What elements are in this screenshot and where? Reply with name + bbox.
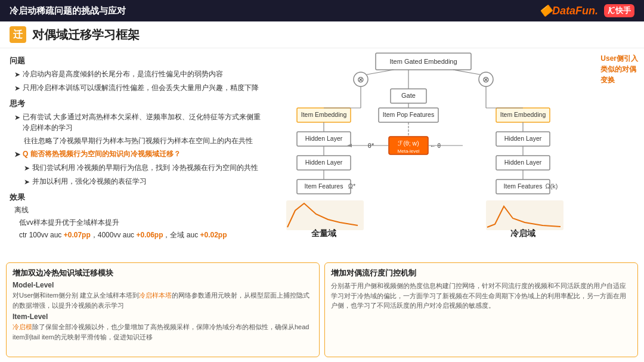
effect-text: 低vv样本提升优于全域样本提升 [10, 218, 265, 228]
section-title: 对偶域迁移学习框架 [32, 27, 140, 43]
right-panel: User侧引入类似的对偶变换 Item Gated Embedding ⊗ ⊗ … [274, 48, 644, 258]
header-logos: 🔶DataFun. 𝓚 快手 [539, 4, 634, 17]
card-2-title: 增加对偶流行度门控机制 [331, 268, 631, 279]
problem-item-1: ➤ 冷启动内容是高度倾斜的长尾分布，是流行性偏见中的弱势内容 [10, 69, 265, 80]
svg-text:Gate: Gate [401, 92, 416, 99]
svg-text:Ω(k): Ω(k) [545, 182, 558, 190]
card-1-model-level: Model-Level [13, 281, 313, 289]
diagram-svg: Item Gated Embedding ⊗ ⊗ Gate Item Pop F… [274, 48, 608, 239]
think-item-5: ➤ 并加以利用，强化冷视频的表征学习 [10, 176, 265, 187]
svg-text:Item Features: Item Features [504, 182, 543, 190]
header: 冷启动稀疏问题的挑战与应对 🔶DataFun. 𝓚 快手 [0, 0, 644, 21]
svg-line-6 [367, 70, 394, 75]
svg-text:⊗: ⊗ [357, 75, 364, 84]
section-tag: 迁 [10, 26, 26, 43]
left-panel: 问题 ➤ 冷启动内容是高度倾斜的长尾分布，是流行性偏见中的弱势内容 ➤ 只用冷启… [0, 48, 274, 258]
svg-text:Item Embedding: Item Embedding [500, 111, 546, 118]
section-header: 迁 对偶域迁移学习框架 [0, 21, 644, 48]
svg-text:Item Gated Embedding: Item Gated Embedding [389, 58, 457, 65]
card-1-model-text: 对User侧和item侧分别 建立从全域样本塔到冷启样本塔的网络参数通用元映射，… [13, 290, 313, 310]
kuaishou-logo: 𝓚 快手 [604, 4, 634, 17]
svg-text:Ω*: Ω* [348, 182, 356, 190]
svg-text:Item Embedding: Item Embedding [301, 111, 347, 118]
svg-text:Hidden Layer: Hidden Layer [305, 159, 343, 166]
datafun-logo: 🔶DataFun. [539, 4, 598, 17]
svg-text:Hidden Layer: Hidden Layer [504, 159, 542, 166]
card-1-title: 增加双边冷热知识域迁移模块 [13, 268, 313, 279]
problem-item-2: ➤ 只用冷启样本训练可以缓解流行性偏差，但会丢失大量用户兴趣，精度下降 [10, 82, 265, 94]
svg-text:Item Pop Features: Item Pop Features [383, 111, 434, 118]
svg-text:Hidden Layer: Hidden Layer [504, 135, 542, 142]
effect-label: 效果 [10, 192, 265, 203]
think-item-2: 往往忽略了冷视频早期行为样本与热门视频行为样本在空间上的内在共性 [10, 135, 265, 146]
card-1-item-level: Item-Level [13, 313, 313, 321]
effect-metrics: ctr 100vv auc +0.07pp，4000vv auc +0.06pp… [10, 230, 265, 240]
think-label: 思考 [10, 98, 265, 109]
svg-rect-51 [286, 200, 364, 230]
svg-line-7 [453, 70, 480, 75]
svg-text:Item Index: Item Index [512, 229, 534, 234]
think-item-3: ➤ Q 能否将热视频行为空间的知识向冷视频域迁移？ [10, 148, 265, 160]
svg-text:Hidden Layer: Hidden Layer [305, 135, 343, 142]
think-item-4: ➤ 我们尝试利用 冷视频的早期行为信息，找到 冷热视频在行为空间的共性 [10, 162, 265, 174]
svg-text:Item Features: Item Features [305, 182, 343, 190]
content-area: 问题 ➤ 冷启动内容是高度倾斜的长尾分布，是流行性偏见中的弱势内容 ➤ 只用冷启… [0, 48, 644, 258]
card-2-text: 分别基于用户侧和视频侧的热度信息构建门控网络，针对不同流行度的视频和不同活跃度的… [331, 281, 631, 311]
svg-text:ℱ(θ; w): ℱ(θ; w) [398, 140, 419, 147]
header-title: 冷启动稀疏问题的挑战与应对 [10, 5, 126, 17]
svg-text:Meta-level: Meta-level [398, 148, 420, 154]
svg-text:Item Index: Item Index [312, 229, 335, 234]
effect-sub: 离线 [10, 205, 265, 215]
card-2: 增加对偶流行度门控机制 分别基于用户侧和视频侧的热度信息构建门控网络，针对不同流… [324, 262, 638, 357]
card-1: 增加双边冷热知识域迁移模块 Model-Level 对User侧和item侧分别… [6, 262, 320, 357]
think-item-1: ➤ 已有尝试 大多通过对高热样本欠采样、逆频率加权、泛化特征等方式来侧重冷启样本… [10, 112, 265, 133]
main-content: 迁 对偶域迁移学习框架 问题 ➤ 冷启动内容是高度倾斜的长尾分布，是流行性偏见中… [0, 21, 644, 362]
bottom-cards: 增加双边冷热知识域迁移模块 Model-Level 对User侧和item侧分别… [0, 258, 644, 362]
svg-text:⊗: ⊗ [482, 75, 490, 84]
card-1-item-text: 冷启模除了保留全部冷视频以外，也少量增加了高热视频采样，保障冷热域分布的相似性，… [13, 322, 313, 342]
problem-label: 问题 [10, 55, 265, 66]
